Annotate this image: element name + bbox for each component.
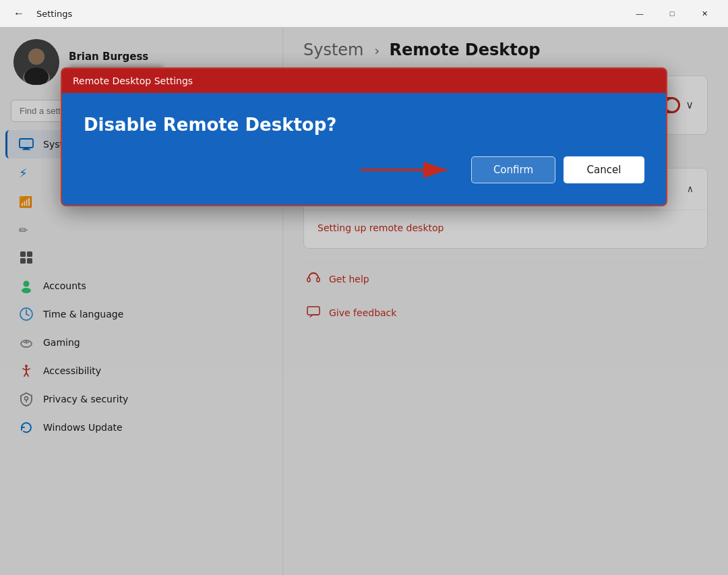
minimize-button[interactable]: — [624,3,655,24]
dialog-titlebar: Remote Desktop Settings [62,69,666,93]
title-bar: ← Settings — □ ✕ [0,0,728,27]
maximize-button[interactable]: □ [657,3,688,24]
app-title: Settings [36,9,72,19]
back-button[interactable]: ← [8,5,30,22]
dialog-buttons: Confirm Cancel [84,156,644,183]
confirm-button[interactable]: Confirm [471,156,555,183]
arrow-indicator [84,159,463,181]
dialog-question: Disable Remote Desktop? [84,115,644,135]
dialog-title: Remote Desktop Settings [73,75,193,86]
dialog-body: Disable Remote Desktop? Confirm Cancel [62,93,666,205]
cancel-button[interactable]: Cancel [564,156,644,183]
close-button[interactable]: ✕ [689,3,720,24]
confirm-dialog: Remote Desktop Settings Disable Remote D… [61,67,667,206]
window-controls: — □ ✕ [624,3,720,24]
arrow-svg [361,159,455,181]
dialog-backdrop: Remote Desktop Settings Disable Remote D… [0,27,728,575]
